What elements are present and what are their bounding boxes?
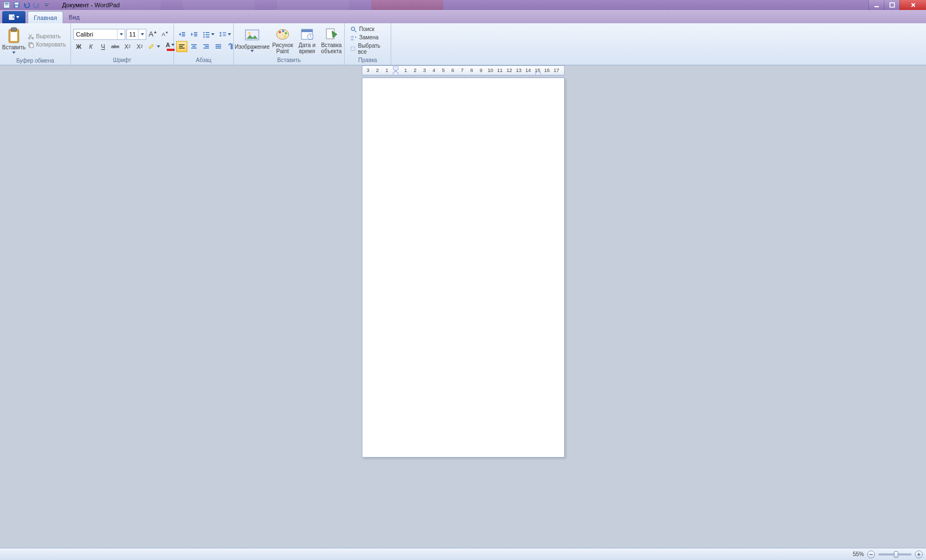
svg-point-14 (29, 37, 30, 39)
save-icon[interactable] (12, 1, 21, 9)
chevron-down-icon (117, 29, 125, 39)
svg-rect-20 (182, 35, 185, 37)
zoom-slider[interactable] (878, 553, 912, 556)
redo-icon[interactable] (32, 1, 41, 9)
svg-rect-1 (5, 3, 9, 4)
replace-button[interactable]: abac Замена (347, 34, 388, 42)
align-justify-button[interactable] (213, 41, 224, 52)
calendar-icon (299, 27, 315, 41)
font-size-combo[interactable]: 11 (126, 29, 146, 40)
svg-rect-27 (206, 34, 209, 35)
svg-point-50 (285, 32, 287, 34)
right-indent-marker-icon[interactable] (535, 71, 541, 75)
maximize-button[interactable] (884, 0, 899, 10)
svg-rect-19 (182, 34, 185, 35)
ruler-area: 3211234567891011121314151617 (0, 65, 926, 76)
indent-marker-icon[interactable] (393, 66, 398, 75)
app-menu-button[interactable] (2, 11, 25, 23)
svg-rect-42 (216, 44, 221, 45)
font-family-value: Calibri (76, 31, 93, 38)
insert-paint-button[interactable]: Рисунок Paint (270, 24, 295, 56)
document-page[interactable] (362, 78, 565, 458)
svg-rect-3 (5, 6, 9, 6)
zoom-in-button[interactable] (915, 551, 923, 558)
decrease-indent-button[interactable] (176, 29, 187, 40)
svg-rect-35 (179, 48, 185, 49)
select-all-icon (350, 45, 356, 52)
insert-object-button[interactable]: Вставка объекта (319, 24, 344, 56)
align-right-button[interactable] (201, 41, 212, 52)
minimize-button[interactable] (868, 0, 884, 10)
svg-point-51 (284, 35, 286, 38)
increase-indent-button[interactable] (188, 29, 199, 40)
svg-rect-13 (11, 32, 17, 41)
svg-rect-37 (192, 46, 196, 47)
subscript-button[interactable]: X2 (122, 41, 133, 52)
svg-rect-60 (869, 554, 873, 554)
close-button[interactable] (899, 0, 926, 10)
insert-paint-label: Рисунок Paint (270, 42, 295, 54)
align-left-button[interactable] (176, 41, 187, 52)
ribbon-tabs: Главная Вид (0, 10, 926, 23)
svg-rect-23 (194, 35, 197, 37)
bold-button[interactable]: Ж (73, 41, 84, 52)
highlight-button[interactable] (146, 41, 162, 52)
horizontal-ruler[interactable]: 3211234567891011121314151617 (362, 65, 565, 75)
svg-rect-39 (203, 44, 209, 45)
search-icon (350, 26, 357, 33)
cut-button[interactable]: Вырезать (25, 33, 68, 40)
chevron-down-icon (138, 29, 146, 39)
image-icon (244, 28, 260, 43)
svg-point-46 (248, 32, 250, 34)
svg-rect-30 (223, 32, 226, 33)
svg-rect-34 (179, 46, 183, 47)
strikethrough-button[interactable]: abc (110, 41, 121, 52)
svg-rect-41 (203, 48, 209, 49)
highlighter-icon (147, 43, 155, 50)
ribbon: Вставить Вырезать Копировать Буфер обмен… (0, 23, 926, 65)
chevron-down-icon (250, 50, 254, 52)
background-browser-tabs (89, 0, 443, 10)
chevron-down-icon (12, 52, 16, 54)
shrink-font-button[interactable]: A▼ (160, 29, 171, 40)
svg-point-56 (351, 27, 355, 30)
font-family-combo[interactable]: Calibri (73, 29, 125, 40)
svg-rect-12 (11, 28, 17, 31)
svg-rect-5 (15, 3, 19, 5)
insert-datetime-button[interactable]: Дата и время (295, 24, 319, 56)
grow-font-button[interactable]: A▲ (147, 29, 158, 40)
bullet-list-button[interactable] (201, 29, 216, 40)
tab-view[interactable]: Вид (63, 11, 85, 23)
svg-point-24 (203, 32, 204, 33)
superscript-button[interactable]: X2 (134, 41, 145, 52)
svg-rect-2 (5, 4, 9, 5)
italic-button[interactable]: К (85, 41, 96, 52)
svg-rect-32 (223, 35, 226, 36)
svg-rect-9 (890, 3, 894, 7)
underline-button[interactable]: Ч (98, 41, 109, 52)
svg-rect-25 (206, 32, 209, 33)
find-button[interactable]: Поиск (347, 25, 388, 33)
replace-label: Замена (359, 34, 378, 40)
line-spacing-button[interactable] (217, 29, 233, 40)
select-all-button[interactable]: Выбрать все (347, 42, 388, 55)
tab-view-label: Вид (69, 14, 80, 20)
zoom-out-button[interactable] (867, 551, 875, 558)
wordpad-icon (2, 1, 11, 9)
svg-point-28 (203, 36, 204, 37)
svg-rect-33 (179, 44, 185, 45)
svg-rect-44 (216, 48, 221, 49)
insert-image-label: Изображение (235, 44, 270, 50)
svg-rect-7 (44, 3, 49, 4)
svg-text:ac: ac (351, 38, 354, 41)
zoom-slider-thumb[interactable] (894, 551, 898, 558)
qat-customize-icon[interactable] (42, 1, 51, 9)
copy-button[interactable]: Копировать (25, 41, 68, 49)
paste-button[interactable]: Вставить (2, 24, 25, 56)
font-size-value: 11 (129, 31, 136, 38)
insert-image-button[interactable]: Изображение (234, 24, 270, 56)
undo-icon[interactable] (22, 1, 31, 9)
group-clipboard-label: Буфер обмена (0, 58, 70, 65)
align-center-button[interactable] (188, 41, 199, 52)
tab-home[interactable]: Главная (28, 11, 63, 23)
